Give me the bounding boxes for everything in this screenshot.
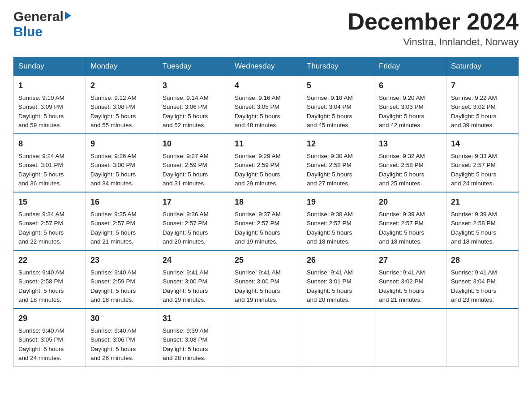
cell-info-line: Sunrise: 9:30 AM — [307, 153, 353, 159]
cell-info-line: Daylight: 5 hours — [90, 229, 136, 236]
cell-info-line: Daylight: 5 hours — [235, 113, 280, 120]
cell-info-line: Daylight: 5 hours — [451, 113, 496, 120]
cell-info-line: and 59 minutes. — [18, 122, 61, 128]
cell-info-line: Daylight: 5 hours — [307, 113, 352, 120]
calendar-day-cell: 31Sunrise: 9:39 AMSunset: 3:08 PMDayligh… — [158, 308, 230, 367]
calendar-day-cell: 3Sunrise: 9:14 AMSunset: 3:06 PMDaylight… — [158, 76, 230, 134]
calendar-day-cell: 9Sunrise: 9:26 AMSunset: 3:00 PMDaylight… — [86, 134, 158, 192]
calendar-day-cell: 13Sunrise: 9:32 AMSunset: 2:58 PMDayligh… — [374, 134, 446, 192]
cell-info-line: and 21 minutes. — [90, 238, 133, 245]
cell-info-line: and 18 minutes. — [307, 238, 350, 245]
cell-info-line: Sunset: 3:05 PM — [235, 103, 279, 110]
day-number: 4 — [235, 80, 297, 92]
calendar-day-cell — [446, 308, 519, 367]
cell-info-line: Daylight: 5 hours — [307, 229, 352, 236]
cell-info-line: and 52 minutes. — [163, 122, 206, 128]
calendar-day-cell: 12Sunrise: 9:30 AMSunset: 2:58 PMDayligh… — [302, 134, 374, 192]
cell-info-line: and 29 minutes. — [235, 180, 278, 187]
calendar-day-cell: 28Sunrise: 9:41 AMSunset: 3:04 PMDayligh… — [446, 250, 519, 308]
cell-info-line: Daylight: 5 hours — [163, 287, 208, 294]
cell-info-line: and 23 minutes. — [451, 296, 494, 303]
cell-info-line: Sunrise: 9:27 AM — [163, 153, 209, 159]
calendar-day-cell: 27Sunrise: 9:41 AMSunset: 3:02 PMDayligh… — [374, 250, 446, 308]
day-number: 30 — [90, 313, 153, 325]
cell-info-line: and 20 minutes. — [163, 238, 206, 245]
cell-info-line: Sunset: 2:57 PM — [379, 220, 424, 227]
calendar-day-cell: 10Sunrise: 9:27 AMSunset: 2:59 PMDayligh… — [158, 134, 230, 192]
cell-info-line: and 34 minutes. — [90, 180, 133, 187]
cell-info-line: Sunset: 3:09 PM — [18, 103, 63, 110]
cell-info-line: Sunset: 3:05 PM — [18, 336, 63, 343]
col-saturday: Saturday — [446, 57, 519, 76]
calendar-day-cell: 30Sunrise: 9:40 AMSunset: 3:06 PMDayligh… — [86, 308, 158, 367]
calendar-day-cell: 14Sunrise: 9:33 AMSunset: 2:57 PMDayligh… — [446, 134, 519, 192]
day-number: 1 — [18, 80, 81, 92]
cell-info-line: and 21 minutes. — [379, 296, 422, 303]
cell-info-line: Daylight: 5 hours — [235, 171, 280, 178]
cell-info-line: Sunset: 3:00 PM — [235, 278, 279, 285]
calendar-day-cell: 2Sunrise: 9:12 AMSunset: 3:08 PMDaylight… — [86, 76, 158, 134]
cell-info-line: Daylight: 5 hours — [307, 287, 352, 294]
cell-info-line: Sunrise: 9:22 AM — [451, 94, 497, 101]
cell-info-line: Sunrise: 9:40 AM — [18, 269, 64, 276]
day-number: 23 — [90, 254, 153, 266]
cell-info-line: Daylight: 5 hours — [379, 229, 424, 236]
cell-info-line: Sunset: 3:03 PM — [379, 103, 424, 110]
cell-info-line: Daylight: 5 hours — [379, 171, 424, 178]
cell-info-line: Daylight: 5 hours — [235, 229, 280, 236]
cell-info-line: Sunset: 2:57 PM — [451, 162, 496, 168]
cell-info-line: Sunset: 2:58 PM — [379, 162, 424, 168]
cell-info-line: Sunset: 2:59 PM — [235, 162, 279, 168]
cell-info-line: Sunrise: 9:12 AM — [90, 94, 137, 101]
cell-info-line: Sunset: 2:57 PM — [163, 220, 207, 227]
cell-info-line: Sunset: 3:01 PM — [307, 278, 352, 285]
day-number: 7 — [451, 80, 514, 92]
cell-info-line: and 45 minutes. — [307, 122, 350, 128]
cell-info-line: Sunrise: 9:40 AM — [18, 327, 64, 334]
cell-info-line: Sunset: 3:00 PM — [90, 162, 135, 168]
col-wednesday: Wednesday — [230, 57, 302, 76]
cell-info-line: Sunrise: 9:20 AM — [379, 94, 425, 101]
day-number: 9 — [90, 138, 153, 150]
day-number: 18 — [235, 196, 297, 208]
calendar-day-cell: 24Sunrise: 9:41 AMSunset: 3:00 PMDayligh… — [158, 250, 230, 308]
cell-info-line: Sunset: 3:02 PM — [451, 103, 496, 110]
cell-info-line: and 22 minutes. — [18, 238, 61, 245]
col-friday: Friday — [374, 57, 446, 76]
cell-info-line: and 24 minutes. — [451, 180, 494, 187]
calendar-table: Sunday Monday Tuesday Wednesday Thursday… — [13, 57, 519, 367]
page-header: General Blue December 2024 Vinstra, Innl… — [13, 9, 519, 48]
week-row-3: 15Sunrise: 9:34 AMSunset: 2:57 PMDayligh… — [14, 192, 519, 250]
month-title: December 2024 — [348, 9, 519, 34]
calendar-day-cell: 6Sunrise: 9:20 AMSunset: 3:03 PMDaylight… — [374, 76, 446, 134]
cell-info-line: Sunset: 2:58 PM — [307, 162, 352, 168]
cell-info-line: Sunrise: 9:26 AM — [90, 153, 137, 159]
cell-info-line: and 18 minutes. — [451, 238, 494, 245]
cell-info-line: and 19 minutes. — [235, 296, 278, 303]
cell-info-line: Daylight: 5 hours — [18, 346, 64, 352]
day-number: 13 — [379, 138, 442, 150]
logo-general-text: General — [13, 9, 64, 24]
day-number: 21 — [451, 196, 514, 208]
cell-info-line: and 55 minutes. — [90, 122, 133, 128]
cell-info-line: Sunset: 3:00 PM — [163, 278, 207, 285]
calendar-day-cell: 20Sunrise: 9:39 AMSunset: 2:57 PMDayligh… — [374, 192, 446, 250]
cell-info-line: Daylight: 5 hours — [379, 287, 424, 294]
col-tuesday: Tuesday — [158, 57, 230, 76]
calendar-day-cell: 16Sunrise: 9:35 AMSunset: 2:57 PMDayligh… — [86, 192, 158, 250]
cell-info-line: Daylight: 5 hours — [307, 171, 352, 178]
day-number: 19 — [307, 196, 369, 208]
cell-info-line: Sunset: 3:08 PM — [90, 103, 135, 110]
cell-info-line: Sunrise: 9:29 AM — [235, 153, 281, 159]
day-number: 6 — [379, 80, 442, 92]
day-number: 8 — [18, 138, 81, 150]
cell-info-line: Sunset: 2:58 PM — [18, 278, 63, 285]
cell-info-line: Sunrise: 9:36 AM — [163, 211, 209, 218]
cell-info-line: and 39 minutes. — [451, 122, 494, 128]
cell-info-line: Sunrise: 9:40 AM — [90, 269, 137, 276]
cell-info-line: Sunset: 3:08 PM — [163, 336, 207, 343]
calendar-day-cell — [302, 308, 374, 367]
day-number: 14 — [451, 138, 514, 150]
cell-info-line: and 42 minutes. — [379, 122, 422, 128]
cell-info-line: Sunrise: 9:41 AM — [379, 269, 425, 276]
